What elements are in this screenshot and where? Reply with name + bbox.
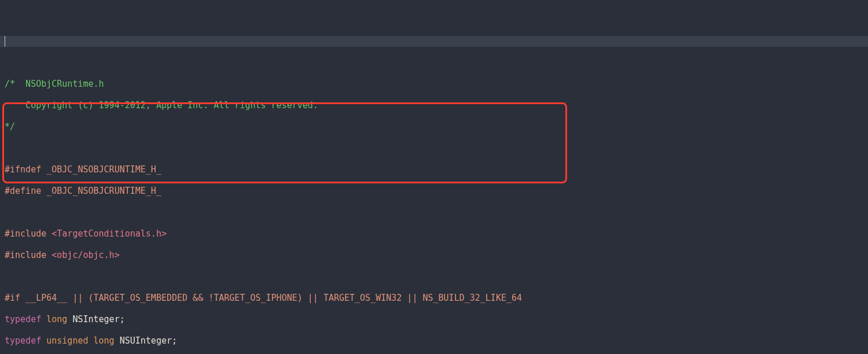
code-line: /* NSObjCRuntime.h <box>5 79 863 90</box>
code-line: */ <box>5 121 863 132</box>
code-line: Copyright (c) 1994-2012, Apple Inc. All … <box>5 100 863 111</box>
macro-name: _OBJC_NSOBJCRUNTIME_H_ <box>41 186 161 196</box>
macro-name: _OBJC_NSOBJCRUNTIME_H_ <box>41 164 161 175</box>
pp-if: #if <box>5 293 20 303</box>
code-line: #ifndef _OBJC_NSOBJCRUNTIME_H_ <box>5 164 863 175</box>
pp-define: #define <box>5 186 41 196</box>
code-line <box>5 207 863 218</box>
code-line: #include <TargetConditionals.h> <box>5 228 863 239</box>
comment-text: Copyright (c) 1994-2012, Apple Inc. All … <box>5 100 318 110</box>
type-long: long <box>89 335 115 346</box>
comment-text: */ <box>5 121 15 132</box>
code-line: typedef unsigned long NSUInteger; <box>5 335 863 346</box>
pp-include: #include <box>5 228 46 239</box>
type-long: long <box>41 314 67 325</box>
code-content: /* NSObjCRuntime.h Copyright (c) 1994-20… <box>5 68 863 354</box>
comment-text: /* NSObjCRuntime.h <box>5 79 104 89</box>
include-path: <objc/objc.h> <box>46 250 119 260</box>
pp-ifndef: #ifndef <box>5 164 41 175</box>
code-line: #if __LP64__ || (TARGET_OS_EMBEDDED && !… <box>5 293 863 304</box>
typedef-name: NSUInteger; <box>115 335 177 346</box>
code-line <box>5 143 863 154</box>
code-editor[interactable]: /* NSObjCRuntime.h Copyright (c) 1994-20… <box>0 0 868 354</box>
kw-typedef: typedef <box>5 314 41 325</box>
text-cursor <box>5 36 5 47</box>
type-unsigned: unsigned <box>41 335 88 346</box>
current-line-highlight <box>0 36 868 47</box>
code-line: #include <objc/objc.h> <box>5 250 863 261</box>
code-line: typedef long NSInteger; <box>5 314 863 325</box>
include-path: <TargetConditionals.h> <box>46 228 167 239</box>
code-line <box>5 271 863 282</box>
typedef-name: NSInteger; <box>67 314 124 325</box>
pp-condition: __LP64__ || (TARGET_OS_EMBEDDED && !TARG… <box>20 293 522 303</box>
code-line: #define _OBJC_NSOBJCRUNTIME_H_ <box>5 186 863 197</box>
kw-typedef: typedef <box>5 335 41 346</box>
pp-include: #include <box>5 250 46 260</box>
